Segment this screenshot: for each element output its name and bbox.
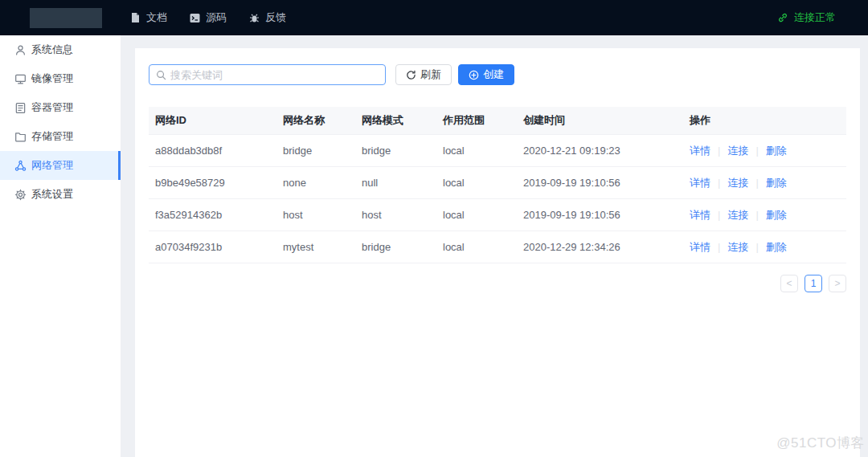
nav-item-label: 源码 [206,10,227,25]
cell-network-name: bridge [276,145,355,157]
table-row: a07034f9231b mytest bridge local 2020-12… [149,231,846,263]
sidebar-item-system-settings[interactable]: 系统设置 [0,180,121,209]
cell-scope: local [436,145,517,157]
next-page-button[interactable]: > [829,275,846,292]
sidebar-item-label: 镜像管理 [31,71,73,86]
search-box [149,64,386,85]
delete-link[interactable]: 删除 [766,176,787,190]
connection-status: 连接正常 [777,10,836,25]
column-header: 创建时间 [517,113,683,128]
table-row: f3a52914362b host host local 2019-09-19 … [149,199,846,231]
table-row: a88ddab3db8f bridge bridge local 2020-12… [149,135,846,167]
terminal-icon [190,13,200,23]
cell-network-name: host [276,209,355,221]
action-divider: | [755,177,758,189]
watermark: @51CTO博客 [776,434,865,452]
sidebar-item-label: 系统信息 [31,43,73,57]
cell-actions: 详情|连接|删除 [683,176,846,190]
navbar-menu: 文档 源码 反馈 [130,10,286,25]
cell-scope: local [436,209,517,221]
detail-link[interactable]: 详情 [690,240,710,255]
cell-created-time: 2020-12-29 12:34:26 [517,241,683,253]
action-divider: | [755,241,758,253]
cell-network-mode: bridge [355,241,436,253]
folder-icon [14,131,27,143]
app-window: 文档 源码 反馈 [0,0,868,457]
search-icon [156,70,166,80]
nav-item-docs[interactable]: 文档 [130,10,167,25]
action-divider: | [718,145,720,157]
delete-link[interactable]: 删除 [766,208,787,222]
network-icon [14,160,27,172]
action-divider: | [755,145,758,157]
sidebar-item-storage-management[interactable]: 存储管理 [0,122,121,151]
action-divider: | [718,177,720,189]
logo-placeholder [30,8,102,28]
column-header: 网络ID [149,113,276,128]
cell-created-time: 2019-09-19 19:10:56 [517,177,683,189]
delete-link[interactable]: 删除 [766,240,787,255]
create-button-label: 创建 [483,67,504,82]
refresh-icon [406,70,416,80]
detail-link[interactable]: 详情 [690,176,710,190]
prev-page-button[interactable]: < [780,275,798,292]
connect-link[interactable]: 连接 [727,176,748,190]
bug-icon [249,13,260,23]
sidebar-item-label: 系统设置 [31,187,73,202]
cell-network-mode: host [355,209,436,221]
main-area: 刷新 创建 网络ID 网络名称 网络模式 作用范围 创建时间 操作 [121,35,868,457]
nav-item-label: 文档 [146,10,167,25]
refresh-button-label: 刷新 [420,67,441,82]
user-icon [14,44,27,56]
cell-created-time: 2020-12-21 09:19:23 [517,145,683,157]
cell-network-name: mytest [276,241,355,253]
cell-actions: 详情|连接|删除 [683,208,846,222]
cell-network-id: f3a52914362b [149,209,276,221]
column-header: 网络名称 [276,113,355,128]
sidebar-item-label: 容器管理 [31,100,73,115]
toolbar: 刷新 创建 [149,64,846,85]
create-button[interactable]: 创建 [458,64,514,85]
connect-link[interactable]: 连接 [727,144,748,158]
action-divider: | [755,209,758,221]
cell-scope: local [436,241,517,253]
page-number-button[interactable]: 1 [805,275,822,292]
sidebar-item-container-management[interactable]: 容器管理 [0,93,121,122]
cell-scope: local [436,177,517,189]
cell-network-id: b9be49e58729 [149,177,276,189]
table-header-row: 网络ID 网络名称 网络模式 作用范围 创建时间 操作 [149,107,846,135]
connect-link[interactable]: 连接 [727,208,748,222]
cell-network-name: none [276,177,355,189]
cell-actions: 详情|连接|删除 [683,144,846,158]
top-navbar: 文档 源码 反馈 [0,0,868,35]
gear-icon [14,189,27,201]
sidebar-item-network-management[interactable]: 网络管理 [0,151,121,180]
column-header: 操作 [683,113,846,128]
action-divider: | [718,241,720,253]
detail-link[interactable]: 详情 [690,208,710,222]
delete-link[interactable]: 删除 [766,144,787,158]
table-row: b9be49e58729 none null local 2019-09-19 … [149,167,846,199]
sidebar-item-label: 网络管理 [31,158,73,173]
nav-item-source[interactable]: 源码 [190,10,227,25]
cell-network-id: a88ddab3db8f [149,145,276,157]
cell-network-mode: bridge [355,145,436,157]
content-card: 刷新 创建 网络ID 网络名称 网络模式 作用范围 创建时间 操作 [135,48,860,457]
monitor-icon [14,73,27,85]
cell-created-time: 2019-09-19 19:10:56 [517,209,683,221]
sidebar-item-label: 存储管理 [31,129,73,144]
sidebar: 系统信息 镜像管理 容器管理 存储管理 网络管理 [0,35,121,457]
search-input[interactable] [170,69,379,81]
refresh-button[interactable]: 刷新 [395,64,452,85]
container-icon [14,102,27,114]
column-header: 作用范围 [436,113,517,128]
document-icon [130,12,141,23]
cell-network-mode: null [355,177,436,189]
sidebar-item-image-management[interactable]: 镜像管理 [0,64,121,93]
cell-network-id: a07034f9231b [149,241,276,253]
sidebar-item-system-info[interactable]: 系统信息 [0,35,121,64]
nav-item-feedback[interactable]: 反馈 [249,10,286,25]
connect-link[interactable]: 连接 [727,240,748,255]
cell-actions: 详情|连接|删除 [683,240,846,255]
detail-link[interactable]: 详情 [690,144,710,158]
